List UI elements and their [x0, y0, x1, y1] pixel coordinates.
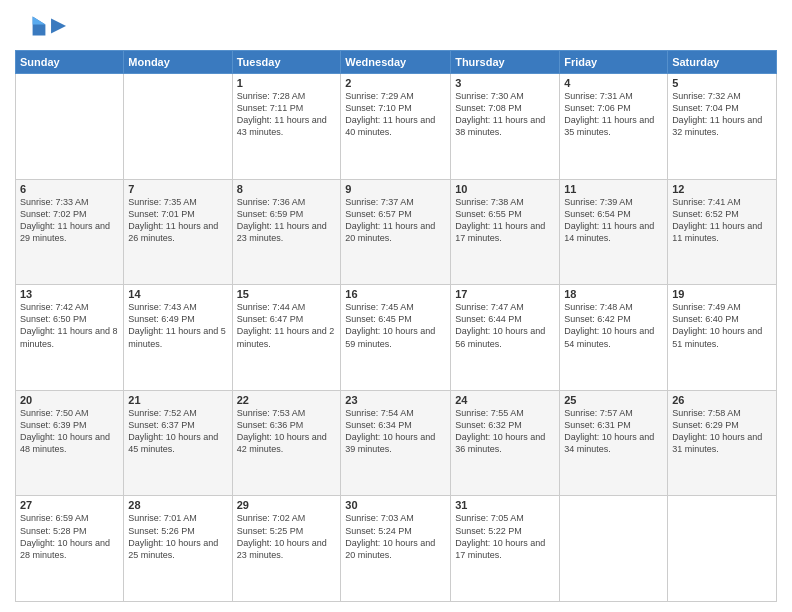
day-cell: 24Sunrise: 7:55 AMSunset: 6:32 PMDayligh… — [451, 390, 560, 496]
day-cell: 28Sunrise: 7:01 AMSunset: 5:26 PMDayligh… — [124, 496, 232, 602]
day-number: 29 — [237, 499, 337, 511]
day-info: Sunrise: 7:45 AMSunset: 6:45 PMDaylight:… — [345, 301, 446, 350]
day-number: 7 — [128, 183, 227, 195]
day-info: Sunrise: 7:30 AMSunset: 7:08 PMDaylight:… — [455, 90, 555, 139]
day-info: Sunrise: 7:47 AMSunset: 6:44 PMDaylight:… — [455, 301, 555, 350]
day-cell — [16, 74, 124, 180]
day-info: Sunrise: 7:49 AMSunset: 6:40 PMDaylight:… — [672, 301, 772, 350]
day-number: 27 — [20, 499, 119, 511]
day-info: Sunrise: 7:52 AMSunset: 6:37 PMDaylight:… — [128, 407, 227, 456]
day-number: 21 — [128, 394, 227, 406]
day-cell: 13Sunrise: 7:42 AMSunset: 6:50 PMDayligh… — [16, 285, 124, 391]
weekday-header-saturday: Saturday — [668, 51, 777, 74]
day-info: Sunrise: 7:02 AMSunset: 5:25 PMDaylight:… — [237, 512, 337, 561]
day-number: 4 — [564, 77, 663, 89]
day-cell: 19Sunrise: 7:49 AMSunset: 6:40 PMDayligh… — [668, 285, 777, 391]
day-number: 28 — [128, 499, 227, 511]
day-number: 19 — [672, 288, 772, 300]
day-number: 11 — [564, 183, 663, 195]
day-number: 23 — [345, 394, 446, 406]
weekday-header-wednesday: Wednesday — [341, 51, 451, 74]
day-cell: 23Sunrise: 7:54 AMSunset: 6:34 PMDayligh… — [341, 390, 451, 496]
week-row-2: 6Sunrise: 7:33 AMSunset: 7:02 PMDaylight… — [16, 179, 777, 285]
day-cell: 27Sunrise: 6:59 AMSunset: 5:28 PMDayligh… — [16, 496, 124, 602]
day-info: Sunrise: 7:41 AMSunset: 6:52 PMDaylight:… — [672, 196, 772, 245]
day-number: 26 — [672, 394, 772, 406]
day-info: Sunrise: 7:35 AMSunset: 7:01 PMDaylight:… — [128, 196, 227, 245]
day-cell: 2Sunrise: 7:29 AMSunset: 7:10 PMDaylight… — [341, 74, 451, 180]
day-info: Sunrise: 7:48 AMSunset: 6:42 PMDaylight:… — [564, 301, 663, 350]
day-cell — [124, 74, 232, 180]
day-info: Sunrise: 7:43 AMSunset: 6:49 PMDaylight:… — [128, 301, 227, 350]
day-number: 24 — [455, 394, 555, 406]
day-cell: 17Sunrise: 7:47 AMSunset: 6:44 PMDayligh… — [451, 285, 560, 391]
day-number: 22 — [237, 394, 337, 406]
day-info: Sunrise: 7:36 AMSunset: 6:59 PMDaylight:… — [237, 196, 337, 245]
day-cell: 10Sunrise: 7:38 AMSunset: 6:55 PMDayligh… — [451, 179, 560, 285]
day-info: Sunrise: 7:57 AMSunset: 6:31 PMDaylight:… — [564, 407, 663, 456]
day-info: Sunrise: 7:53 AMSunset: 6:36 PMDaylight:… — [237, 407, 337, 456]
day-number: 6 — [20, 183, 119, 195]
day-cell: 22Sunrise: 7:53 AMSunset: 6:36 PMDayligh… — [232, 390, 341, 496]
weekday-header-friday: Friday — [560, 51, 668, 74]
header: ▶ — [15, 10, 777, 42]
day-cell: 29Sunrise: 7:02 AMSunset: 5:25 PMDayligh… — [232, 496, 341, 602]
day-number: 31 — [455, 499, 555, 511]
day-info: Sunrise: 6:59 AMSunset: 5:28 PMDaylight:… — [20, 512, 119, 561]
weekday-header-sunday: Sunday — [16, 51, 124, 74]
day-cell: 25Sunrise: 7:57 AMSunset: 6:31 PMDayligh… — [560, 390, 668, 496]
day-info: Sunrise: 7:39 AMSunset: 6:54 PMDaylight:… — [564, 196, 663, 245]
day-number: 12 — [672, 183, 772, 195]
day-info: Sunrise: 7:42 AMSunset: 6:50 PMDaylight:… — [20, 301, 119, 350]
week-row-5: 27Sunrise: 6:59 AMSunset: 5:28 PMDayligh… — [16, 496, 777, 602]
day-number: 8 — [237, 183, 337, 195]
day-info: Sunrise: 7:50 AMSunset: 6:39 PMDaylight:… — [20, 407, 119, 456]
calendar-table: SundayMondayTuesdayWednesdayThursdayFrid… — [15, 50, 777, 602]
day-cell: 18Sunrise: 7:48 AMSunset: 6:42 PMDayligh… — [560, 285, 668, 391]
day-cell: 30Sunrise: 7:03 AMSunset: 5:24 PMDayligh… — [341, 496, 451, 602]
day-info: Sunrise: 7:29 AMSunset: 7:10 PMDaylight:… — [345, 90, 446, 139]
day-number: 14 — [128, 288, 227, 300]
day-info: Sunrise: 7:44 AMSunset: 6:47 PMDaylight:… — [237, 301, 337, 350]
day-number: 16 — [345, 288, 446, 300]
day-number: 17 — [455, 288, 555, 300]
day-info: Sunrise: 7:31 AMSunset: 7:06 PMDaylight:… — [564, 90, 663, 139]
day-number: 15 — [237, 288, 337, 300]
day-number: 1 — [237, 77, 337, 89]
day-info: Sunrise: 7:03 AMSunset: 5:24 PMDaylight:… — [345, 512, 446, 561]
day-cell — [668, 496, 777, 602]
day-cell: 4Sunrise: 7:31 AMSunset: 7:06 PMDaylight… — [560, 74, 668, 180]
day-cell: 5Sunrise: 7:32 AMSunset: 7:04 PMDaylight… — [668, 74, 777, 180]
day-cell: 12Sunrise: 7:41 AMSunset: 6:52 PMDayligh… — [668, 179, 777, 285]
day-cell: 26Sunrise: 7:58 AMSunset: 6:29 PMDayligh… — [668, 390, 777, 496]
day-number: 9 — [345, 183, 446, 195]
day-cell: 20Sunrise: 7:50 AMSunset: 6:39 PMDayligh… — [16, 390, 124, 496]
page: ▶ SundayMondayTuesdayWednesdayThursdayFr… — [0, 0, 792, 612]
day-info: Sunrise: 7:33 AMSunset: 7:02 PMDaylight:… — [20, 196, 119, 245]
day-cell: 9Sunrise: 7:37 AMSunset: 6:57 PMDaylight… — [341, 179, 451, 285]
week-row-3: 13Sunrise: 7:42 AMSunset: 6:50 PMDayligh… — [16, 285, 777, 391]
generalblue-icon — [15, 10, 47, 42]
day-number: 18 — [564, 288, 663, 300]
day-cell: 1Sunrise: 7:28 AMSunset: 7:11 PMDaylight… — [232, 74, 341, 180]
day-info: Sunrise: 7:32 AMSunset: 7:04 PMDaylight:… — [672, 90, 772, 139]
day-number: 3 — [455, 77, 555, 89]
day-cell: 7Sunrise: 7:35 AMSunset: 7:01 PMDaylight… — [124, 179, 232, 285]
day-info: Sunrise: 7:05 AMSunset: 5:22 PMDaylight:… — [455, 512, 555, 561]
day-number: 25 — [564, 394, 663, 406]
day-number: 30 — [345, 499, 446, 511]
day-number: 10 — [455, 183, 555, 195]
day-info: Sunrise: 7:58 AMSunset: 6:29 PMDaylight:… — [672, 407, 772, 456]
weekday-header-monday: Monday — [124, 51, 232, 74]
weekday-header-thursday: Thursday — [451, 51, 560, 74]
logo-text: ▶ — [51, 16, 65, 36]
day-info: Sunrise: 7:54 AMSunset: 6:34 PMDaylight:… — [345, 407, 446, 456]
week-row-4: 20Sunrise: 7:50 AMSunset: 6:39 PMDayligh… — [16, 390, 777, 496]
day-cell: 3Sunrise: 7:30 AMSunset: 7:08 PMDaylight… — [451, 74, 560, 180]
day-info: Sunrise: 7:37 AMSunset: 6:57 PMDaylight:… — [345, 196, 446, 245]
day-info: Sunrise: 7:28 AMSunset: 7:11 PMDaylight:… — [237, 90, 337, 139]
day-number: 5 — [672, 77, 772, 89]
week-row-1: 1Sunrise: 7:28 AMSunset: 7:11 PMDaylight… — [16, 74, 777, 180]
weekday-header-tuesday: Tuesday — [232, 51, 341, 74]
day-cell: 6Sunrise: 7:33 AMSunset: 7:02 PMDaylight… — [16, 179, 124, 285]
